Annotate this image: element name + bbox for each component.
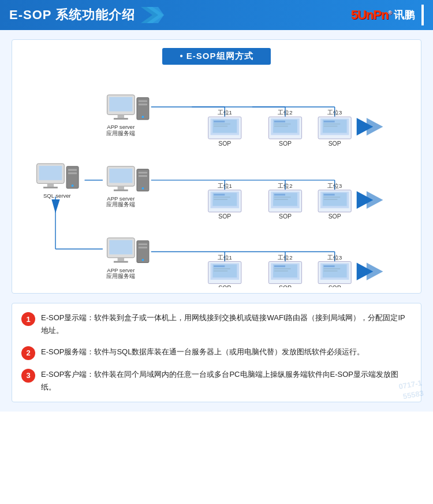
svg-rect-124 xyxy=(274,268,291,269)
svg-text:SOP: SOP xyxy=(329,140,341,147)
svg-point-62 xyxy=(142,187,144,190)
logo-divider xyxy=(421,5,424,25)
app-server-1: APP server 应用服务端 xyxy=(106,95,149,136)
svg-text:应用服务端: 应用服务端 xyxy=(106,201,135,207)
diagram-svg: APP server 应用服务端 工位1 xyxy=(21,73,412,287)
svg-rect-116 xyxy=(214,268,230,269)
svg-rect-47 xyxy=(47,183,54,187)
svg-rect-73 xyxy=(214,194,225,195)
svg-marker-136 xyxy=(367,262,383,280)
svg-point-52 xyxy=(72,184,74,187)
svg-rect-33 xyxy=(274,125,288,127)
svg-rect-58 xyxy=(114,190,128,191)
svg-text:工位2: 工位2 xyxy=(278,183,292,189)
description-section: 1 E-SOP显示端：软件装到盒子或一体机上，用网线接到交换机或链接WAFI路由… xyxy=(12,303,421,402)
svg-rect-7 xyxy=(139,101,147,102)
svg-text:工位2: 工位2 xyxy=(278,109,292,116)
svg-marker-94 xyxy=(367,191,383,209)
svg-text:工位1: 工位1 xyxy=(218,183,232,189)
svg-text:SOP: SOP xyxy=(218,213,231,220)
svg-text:APP server: APP server xyxy=(107,267,135,273)
svg-rect-83 xyxy=(274,199,288,200)
svg-marker-44 xyxy=(367,118,383,135)
svg-text:SOP: SOP xyxy=(218,285,231,287)
svg-marker-137 xyxy=(51,199,59,213)
svg-rect-132 xyxy=(324,268,341,269)
page-header: E-SOP 系统功能介绍 5UnPn® 讯鹏 xyxy=(0,0,433,30)
svg-text:SOP: SOP xyxy=(218,140,231,147)
svg-rect-31 xyxy=(274,121,285,123)
svg-point-102 xyxy=(142,259,144,261)
desc-item-2: 2 E-SOP服务端：软件与SQL数据库装在通一台服务器上（或用电脑代替）发放图… xyxy=(21,346,412,360)
header-arrow-icon xyxy=(141,7,164,23)
svg-text:APP server: APP server xyxy=(107,195,135,202)
app-server-2: APP server 应用服务端 xyxy=(106,166,149,208)
desc-num-2: 2 xyxy=(21,346,35,360)
svg-rect-48 xyxy=(43,187,58,188)
logo-xunpeng-text: 讯鹏 xyxy=(394,8,415,22)
svg-rect-123 xyxy=(274,265,285,267)
svg-rect-89 xyxy=(324,194,335,195)
svg-rect-100 xyxy=(139,243,147,245)
svg-text:SOP: SOP xyxy=(279,140,292,147)
svg-text:工位3: 工位3 xyxy=(327,254,342,261)
desc-text-3: E-SOP客户端：软件装在同个局域网内的任意一台或多台PC电脑端上操纵服务端软件… xyxy=(41,368,412,394)
svg-text:应用服务端: 应用服务端 xyxy=(106,273,135,279)
svg-text:工位3: 工位3 xyxy=(327,183,342,189)
svg-text:APP server: APP server xyxy=(107,124,135,130)
page-title: E-SOP 系统功能介绍 xyxy=(9,6,135,24)
svg-rect-25 xyxy=(214,125,227,127)
svg-text:工位1: 工位1 xyxy=(218,254,232,261)
svg-point-9 xyxy=(142,116,144,118)
svg-text:SOP: SOP xyxy=(279,285,292,287)
sql-server: SQL server xyxy=(37,164,79,199)
brand-logo: 5UnPn® 讯鹏 xyxy=(351,5,424,25)
network-diagram-box: E-SOP组网方式 xyxy=(12,39,421,294)
desc-item-1: 1 E-SOP显示端：软件装到盒子或一体机上，用网线接到交换机或链接WAFI路由… xyxy=(21,312,412,337)
svg-rect-23 xyxy=(214,121,225,123)
svg-rect-51 xyxy=(68,172,77,174)
svg-rect-133 xyxy=(324,270,338,272)
app-server-3: APP server 应用服务端 xyxy=(106,238,149,280)
svg-rect-8 xyxy=(139,103,147,105)
desc-text-2: E-SOP服务端：软件与SQL数据库装在通一台服务器上（或用电脑代替）发放图纸软… xyxy=(41,346,364,358)
header-left: E-SOP 系统功能介绍 xyxy=(9,6,164,24)
svg-rect-90 xyxy=(324,197,341,198)
svg-text:SOP: SOP xyxy=(279,213,292,220)
network-diagram: APP server 应用服务端 工位1 xyxy=(21,73,412,287)
svg-rect-97 xyxy=(118,258,124,261)
svg-rect-96 xyxy=(109,240,132,254)
svg-rect-57 xyxy=(118,186,124,190)
svg-rect-98 xyxy=(114,261,128,263)
svg-rect-75 xyxy=(214,199,227,200)
svg-rect-5 xyxy=(114,118,128,120)
svg-text:应用服务端: 应用服务端 xyxy=(106,130,135,136)
svg-rect-101 xyxy=(139,247,147,249)
svg-rect-81 xyxy=(274,194,285,195)
svg-rect-91 xyxy=(324,199,338,200)
svg-text:SQL server: SQL server xyxy=(43,192,72,199)
svg-text:工位3: 工位3 xyxy=(327,109,342,116)
desc-num-3: 3 xyxy=(21,369,35,383)
svg-rect-61 xyxy=(139,175,147,177)
svg-rect-82 xyxy=(274,197,291,198)
svg-rect-40 xyxy=(324,124,341,125)
desc-text-1: E-SOP显示端：软件装到盒子或一体机上，用网线接到交换机或链接WAFI路由器（… xyxy=(41,312,412,337)
svg-rect-24 xyxy=(214,124,230,125)
desc-item-3: 3 E-SOP客户端：软件装在同个局域网内的任意一台或多台PC电脑端上操纵服务端… xyxy=(21,368,412,394)
svg-rect-41 xyxy=(324,125,338,127)
svg-text:工位1: 工位1 xyxy=(218,109,232,116)
logo-sunpn-text: 5UnPn® xyxy=(351,8,391,23)
network-title-bar: E-SOP组网方式 xyxy=(21,48,412,65)
svg-text:SOP: SOP xyxy=(329,285,341,287)
svg-rect-117 xyxy=(214,270,227,272)
svg-text:SOP: SOP xyxy=(329,213,341,220)
svg-rect-39 xyxy=(324,121,335,123)
svg-rect-115 xyxy=(214,265,225,267)
svg-rect-50 xyxy=(68,169,77,171)
svg-rect-125 xyxy=(274,270,288,272)
svg-rect-60 xyxy=(139,172,147,173)
svg-rect-32 xyxy=(274,124,291,125)
svg-rect-56 xyxy=(109,169,132,183)
desc-num-1: 1 xyxy=(21,312,35,326)
